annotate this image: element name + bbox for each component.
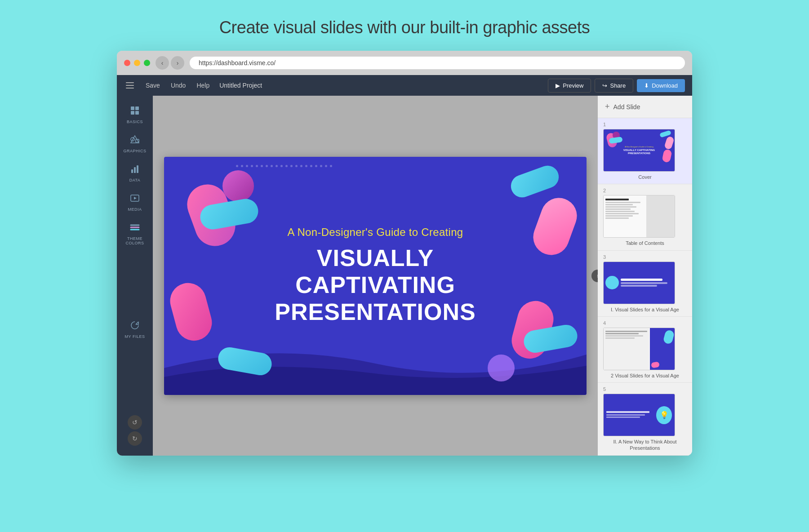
slide-thumbnail-3[interactable]: 3 I. Visual Slides for a Visual Age	[598, 251, 692, 317]
slide-canvas[interactable]: A Non-Designer's Guide to Creating VISUA…	[164, 157, 587, 395]
graphics-label: GRAPHICS	[123, 149, 146, 153]
slide-dots	[236, 165, 506, 167]
svg-rect-8	[134, 167, 136, 173]
help-button[interactable]: Help	[192, 79, 214, 92]
slide-num-header-5: 5	[603, 386, 687, 392]
canvas-area: A Non-Designer's Guide to Creating VISUA…	[153, 96, 598, 456]
address-bar[interactable]	[190, 57, 685, 69]
svg-rect-9	[137, 165, 138, 173]
media-label: MEDIA	[128, 207, 142, 212]
slide-num-2: 2	[603, 188, 610, 193]
main-area: BASICS GRAPHICS	[117, 96, 692, 456]
sidebar-item-theme-colors[interactable]: THEME COLORS	[120, 218, 150, 250]
slide-thumbnail-1[interactable]: 1 A Non-Designer's Guide to Creating	[598, 118, 692, 184]
theme-colors-label: THEME COLORS	[122, 236, 147, 245]
download-button[interactable]: ⬇ Download	[637, 79, 685, 92]
slides-panel: + Add Slide 1	[598, 96, 692, 456]
slide-thumbnail-2[interactable]: 2	[598, 184, 692, 250]
slide-thumb-img-5: 💡	[603, 394, 675, 436]
slide-num-header-4: 4	[603, 320, 687, 326]
project-name: Untitled Project	[219, 82, 262, 89]
add-slide-button[interactable]: + Add Slide	[598, 96, 692, 118]
theme-colors-icon	[130, 222, 140, 235]
slide-thumb-img-1: A Non-Designer's Guide to Creating VISUA…	[603, 129, 675, 172]
shape-cyan-pill-tr	[508, 163, 562, 201]
data-icon	[130, 164, 140, 176]
basics-label: BASICS	[127, 120, 143, 124]
sidebar-item-graphics[interactable]: GRAPHICS	[120, 130, 150, 158]
slide-thumbnail-5[interactable]: 5 💡 II. A New Way to Think About Pr	[598, 383, 692, 456]
forward-button[interactable]: ›	[171, 56, 184, 70]
toolbar: Save Undo Help Untitled Project ▶ Previe…	[117, 75, 692, 96]
page-heading: Create visual slides with our built-in g…	[219, 18, 590, 37]
my-files-label: MY FILES	[125, 334, 145, 339]
shape-pink-pill-tr	[528, 193, 582, 261]
nav-buttons: ‹ ›	[156, 56, 184, 70]
slide-thumb-img-3	[603, 262, 675, 304]
browser-window: ‹ › Save Undo Help Untitled Project ▶ Pr…	[117, 51, 692, 456]
slide-label-5: II. A New Way to Think About Presentatio…	[603, 439, 687, 452]
graphics-icon	[130, 135, 140, 147]
toolbar-right: ▶ Preview ↪ Share ⬇ Download	[548, 79, 685, 93]
slide-num-3: 3	[603, 254, 610, 260]
preview-button[interactable]: ▶ Preview	[548, 79, 591, 93]
slide-label-2: Table of Contents	[603, 240, 687, 246]
sidebar: BASICS GRAPHICS	[117, 96, 153, 456]
undo-controls: ↺ ↻	[122, 410, 147, 451]
slide-thumb-img-4	[603, 328, 675, 370]
svg-rect-1	[135, 106, 139, 110]
undo-ctrl-btn[interactable]: ↺	[128, 415, 142, 430]
svg-rect-3	[135, 111, 139, 115]
add-icon: +	[605, 102, 610, 111]
app-content: Save Undo Help Untitled Project ▶ Previe…	[117, 75, 692, 456]
back-button[interactable]: ‹	[156, 56, 169, 70]
close-button[interactable]	[124, 60, 130, 66]
svg-rect-2	[131, 111, 134, 115]
share-button[interactable]: ↪ Share	[595, 79, 633, 93]
sidebar-item-basics[interactable]: BASICS	[120, 101, 150, 129]
save-button[interactable]: Save	[141, 79, 164, 92]
slide-num-5: 5	[603, 386, 610, 392]
redo-ctrl-btn[interactable]: ↻	[128, 431, 142, 446]
sidebar-item-data[interactable]: DATA	[120, 160, 150, 187]
maximize-button[interactable]	[144, 60, 150, 66]
media-icon	[130, 193, 140, 205]
slide-label-1: Cover	[603, 174, 687, 180]
undo-button[interactable]: Undo	[166, 79, 190, 92]
svg-rect-7	[131, 169, 133, 173]
browser-chrome: ‹ ›	[117, 51, 692, 75]
svg-rect-0	[131, 106, 134, 110]
shape-purple-circle-br	[488, 355, 515, 381]
slide-num-header-3: 3	[603, 254, 687, 260]
slide-thumbnail-4[interactable]: 4	[598, 317, 692, 383]
slide-thumb-img-2	[603, 195, 675, 238]
slide-subtitle: A Non-Designer's Guide to Creating	[249, 226, 501, 239]
my-files-icon	[130, 320, 140, 332]
download-icon: ⬇	[644, 82, 649, 89]
menu-icon[interactable]	[124, 80, 136, 90]
slide-num-4: 4	[603, 320, 610, 326]
slide-num-header-2: 2	[603, 188, 687, 193]
panel-toggle-button[interactable]: ›	[591, 270, 598, 282]
slide-text-area: A Non-Designer's Guide to Creating VISUA…	[249, 226, 501, 326]
slide-label-3: I. Visual Slides for a Visual Age	[603, 306, 687, 313]
slide-num-1: 1	[603, 122, 610, 127]
sidebar-item-my-files[interactable]: MY FILES	[120, 316, 150, 343]
minimize-button[interactable]	[134, 60, 140, 66]
play-icon: ▶	[556, 82, 560, 89]
shape-pink-circle-tl	[222, 170, 254, 202]
slide-num-header-1: 1	[603, 122, 687, 127]
sidebar-item-media[interactable]: MEDIA	[120, 189, 150, 216]
slide-title: VISUALLY CAPTIVATING PRESENTATIONS	[249, 245, 501, 326]
slide-label-4: 2 Visual Slides for a Visual Age	[603, 372, 687, 379]
svg-marker-11	[134, 197, 137, 200]
traffic-lights	[124, 60, 150, 66]
basics-icon	[130, 106, 140, 118]
share-icon: ↪	[602, 82, 607, 89]
data-label: DATA	[129, 178, 141, 182]
